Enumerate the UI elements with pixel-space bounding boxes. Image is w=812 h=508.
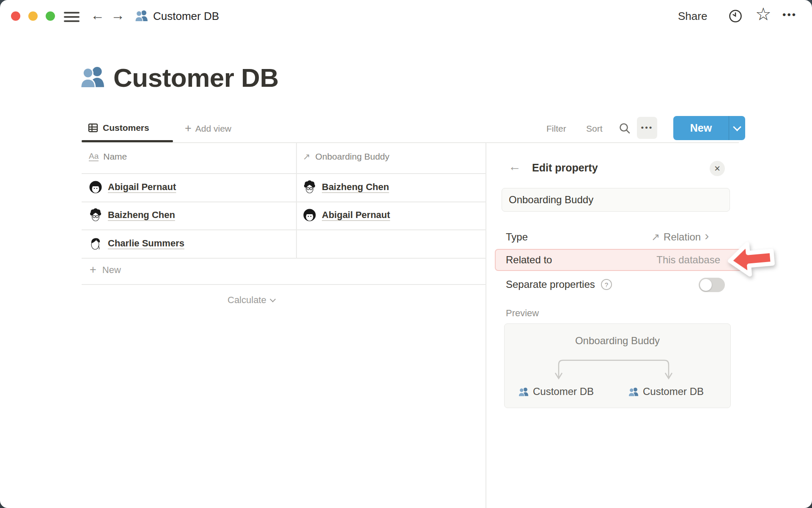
type-label: Type: [506, 231, 528, 243]
tab-customers[interactable]: Customers: [88, 123, 149, 133]
table-row-name-cell[interactable]: Abigail Pernaut: [89, 180, 176, 194]
preview-box: Onboarding Buddy Customer DB Customer DB: [504, 323, 731, 408]
zoom-window-button[interactable]: [46, 11, 55, 21]
new-dropdown-button[interactable]: [729, 127, 745, 130]
panel-back-icon[interactable]: ←: [508, 160, 521, 173]
sidebar-menu-icon[interactable]: [64, 9, 80, 25]
toggle-knob: [700, 279, 712, 291]
new-row-button[interactable]: + New: [90, 264, 121, 276]
toolbar-divider: [82, 142, 739, 143]
share-button[interactable]: Share: [678, 10, 707, 23]
more-options-icon[interactable]: •••: [782, 9, 797, 21]
calculate-button[interactable]: Calculate: [228, 295, 275, 306]
relation-icon: ↗: [651, 231, 660, 243]
related-to-row[interactable]: Related to This database: [495, 249, 742, 271]
annotation-arrow: [725, 236, 778, 284]
people-icon: [518, 387, 529, 397]
table-row-buddy-cell[interactable]: Abigail Pernaut: [303, 208, 390, 222]
avatar: [89, 180, 102, 194]
favorite-star-icon[interactable]: ☆: [755, 4, 771, 25]
table-view-icon: [88, 123, 98, 133]
panel-title: Edit property: [532, 162, 598, 174]
chevron-down-icon: [270, 296, 276, 302]
new-button-label: New: [673, 122, 729, 134]
breadcrumb-people-icon: [134, 9, 148, 24]
type-row[interactable]: ↗ Relation ›: [651, 231, 709, 243]
preview-left-database: Customer DB: [518, 386, 594, 398]
table-row-buddy-cell-empty[interactable]: [303, 237, 485, 251]
page-title[interactable]: Customer DB: [113, 63, 279, 93]
chevron-right-icon: ›: [705, 229, 709, 242]
chevron-down-icon: [733, 123, 741, 131]
page-header: Customer DB: [80, 63, 279, 93]
text-property-icon: Aa: [89, 152, 99, 161]
related-to-value: This database: [656, 254, 720, 266]
column-divider[interactable]: [296, 143, 297, 258]
breadcrumb[interactable]: Customer DB: [153, 10, 219, 23]
table-row-name-cell[interactable]: Charlie Summers: [89, 237, 184, 250]
property-name-input[interactable]: [502, 188, 730, 212]
filter-button[interactable]: Filter: [546, 124, 566, 134]
table-row-buddy-cell[interactable]: Baizheng Chen: [303, 180, 389, 194]
avatar: [89, 237, 102, 250]
panel-divider: [486, 143, 486, 508]
avatar: [89, 208, 102, 222]
people-icon: [628, 387, 639, 397]
column-header-onboarding-buddy[interactable]: ↗ Onboarding Buddy: [303, 152, 390, 162]
search-icon[interactable]: [618, 122, 631, 136]
preview-right-database: Customer DB: [628, 386, 704, 398]
active-tab-underline: [82, 140, 173, 142]
avatar: [303, 180, 316, 194]
preview-label: Preview: [506, 308, 539, 319]
sort-button[interactable]: Sort: [586, 124, 603, 134]
close-window-button[interactable]: [11, 11, 20, 21]
forward-icon[interactable]: →: [111, 8, 125, 22]
help-icon[interactable]: ?: [601, 279, 612, 290]
minimize-window-button[interactable]: [28, 11, 38, 21]
plus-icon: +: [90, 264, 96, 276]
app-window: ← → Customer DB Share ☆ ••• Customer DB …: [0, 0, 812, 508]
relation-property-icon: ↗: [303, 152, 310, 162]
new-button[interactable]: New: [673, 116, 745, 140]
tab-label: Customers: [103, 123, 149, 133]
plus-icon: +: [185, 123, 192, 134]
close-icon[interactable]: ×: [710, 161, 725, 176]
separate-properties-toggle[interactable]: [699, 278, 725, 292]
avatar: [303, 208, 316, 222]
separate-properties-row: Separate properties ?: [506, 279, 612, 290]
column-header-name[interactable]: Aa Name: [89, 152, 127, 162]
add-view-button[interactable]: + Add view: [185, 123, 231, 134]
table-row-name-cell[interactable]: Baizheng Chen: [89, 208, 175, 222]
page-people-icon[interactable]: [80, 65, 105, 90]
ellipsis-icon: •••: [641, 123, 653, 133]
history-icon[interactable]: [728, 9, 743, 25]
back-icon[interactable]: ←: [91, 8, 104, 22]
view-options-button[interactable]: •••: [637, 117, 657, 139]
